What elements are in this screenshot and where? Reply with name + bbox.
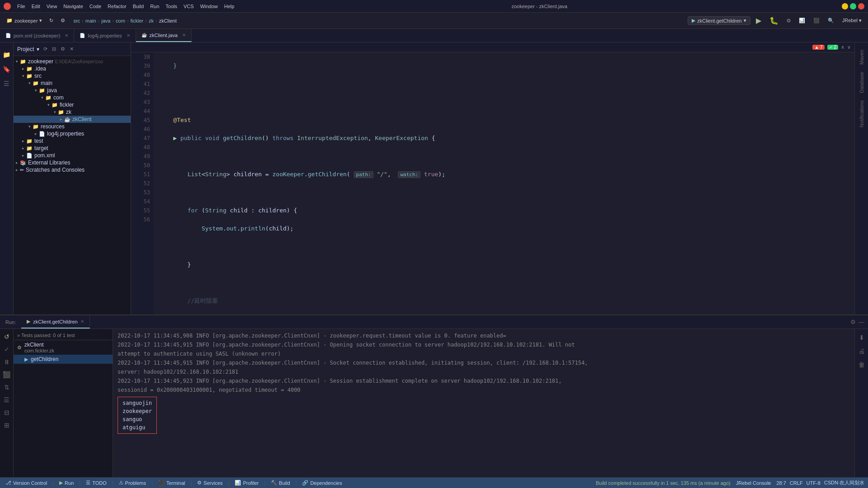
profile-button[interactable]: 📊 (796, 16, 808, 25)
stop-run-btn[interactable]: ⬛ (2, 370, 12, 380)
menu-edit[interactable]: Edit (29, 3, 43, 10)
menu-window[interactable]: Window (198, 3, 221, 10)
status-services[interactable]: ⚙ Services (195, 480, 224, 486)
breadcrumb-src[interactable]: src (73, 18, 80, 23)
maximize-button[interactable] (850, 3, 856, 9)
minimize-button[interactable] (842, 3, 848, 9)
settings-button[interactable]: ⚙ (58, 16, 68, 25)
status-problems[interactable]: ⚠ Problems (117, 480, 148, 486)
status-dependencies[interactable]: 🔗 Dependencies (300, 480, 344, 486)
breadcrumb-com[interactable]: com (116, 18, 125, 23)
log4j-tab-close[interactable]: ✕ (127, 33, 130, 38)
tree-item-src[interactable]: ▾ 📁 src (14, 72, 131, 80)
tree-item-pom-xml[interactable]: ▸ 📄 pom.xml (14, 152, 131, 159)
debug-button[interactable]: 🐛 (767, 15, 781, 26)
sidebar-gear-btn[interactable]: ⚙ (59, 46, 66, 52)
project-view-btn[interactable]: 📁 (2, 50, 12, 60)
bottom-left-toolbar: ↺ ✓ ⏸ ⬛ ⇅ ☰ ⊟ ⊞ (0, 329, 14, 477)
stop-button[interactable]: ⬛ (811, 16, 822, 25)
cursor-position: 28:7 (776, 480, 786, 486)
rerun-btn[interactable]: ↺ (2, 332, 12, 342)
scroll-end-btn[interactable]: ⬇ (857, 333, 867, 343)
breadcrumb-main[interactable]: main (85, 18, 96, 23)
jrebel-btn[interactable]: JRebel ▾ (840, 16, 864, 25)
project-selector[interactable]: 📁 zookeeper ▾ (4, 16, 45, 25)
tree-item-java[interactable]: ▾ 📁 java (14, 87, 131, 94)
pause-btn[interactable]: ⏸ (2, 357, 12, 367)
tree-item-com[interactable]: ▾ 📁 com (14, 94, 131, 101)
menu-refactor[interactable]: Refactor (105, 3, 129, 10)
pom-tab-close[interactable]: ✕ (65, 33, 68, 38)
menu-code[interactable]: Code (87, 3, 104, 10)
run-tree-getChildren[interactable]: ▶ getChildren (14, 355, 113, 364)
menu-vcs[interactable]: VCS (181, 3, 197, 10)
tree-item-External-Libraries[interactable]: ▸ 📚 External Libraries (14, 159, 131, 166)
run-config-icon: ▶ (692, 18, 695, 23)
tree-item--idea[interactable]: ▸ 📁 .idea (14, 65, 131, 72)
status-profiler[interactable]: 📊 Profiler (233, 480, 260, 486)
run-tree-zkClient[interactable]: ⚙ zkClient com.fickler.zk (14, 340, 113, 355)
run-config-selector[interactable]: ▶ zkClient.getChildren ▾ (688, 16, 750, 25)
tree-item-target[interactable]: ▸ 📁 target (14, 145, 131, 152)
tree-item-zkClient[interactable]: ▸ ☕ zkClient (14, 116, 131, 123)
close-button[interactable] (858, 3, 864, 9)
tab-pom[interactable]: 📄 pom.xml (zookeeper) ✕ (0, 29, 74, 42)
tree-item-resources[interactable]: ▾ 📁 resources (14, 123, 131, 130)
sync-button[interactable]: ↻ (47, 16, 56, 25)
tree-item-main[interactable]: ▾ 📁 main (14, 80, 131, 87)
notifications-panel-label[interactable]: Notifications (859, 97, 864, 131)
hint-nav-up[interactable]: ∧ (841, 44, 844, 50)
run-actions: ⬇ 🖨 🗑 (854, 329, 868, 477)
code-content[interactable]: } @Test ▶ public void getChildren() thro… (154, 52, 854, 314)
print-btn[interactable]: 🖨 (857, 346, 867, 356)
menu-tools[interactable]: Tools (163, 3, 180, 10)
status-run[interactable]: ▶ Run (57, 480, 75, 486)
bookmark-btn[interactable]: 🔖 (2, 64, 12, 74)
menu-build[interactable]: Build (130, 3, 146, 10)
minimize-panel-btn[interactable]: — (859, 319, 864, 325)
filter-btn[interactable]: ☰ (2, 395, 12, 405)
tree-item-test[interactable]: ▸ 📁 test (14, 137, 131, 145)
run-test-btn[interactable]: ✓ (2, 344, 12, 354)
menu-run[interactable]: Run (147, 3, 162, 10)
menu-help[interactable]: Help (222, 3, 237, 10)
sort-btn[interactable]: ⇅ (2, 382, 12, 392)
breadcrumb-zk[interactable]: zk (149, 18, 154, 23)
sidebar-sync-btn[interactable]: ⟳ (42, 46, 49, 52)
zkClient-tab-close[interactable]: ✕ (182, 33, 186, 38)
tree-item-zk[interactable]: ▾ 📁 zk (14, 108, 131, 116)
jrebel-console-btn[interactable]: JRebel Console (734, 480, 773, 486)
hint-nav-down[interactable]: ∨ (847, 44, 851, 50)
settings-btn[interactable]: ⚙ (850, 319, 856, 325)
sidebar-close-btn[interactable]: ✕ (68, 46, 75, 52)
tree-item-fickler[interactable]: ▾ 📁 fickler (14, 101, 131, 108)
tree-item-Scratches-and-Consoles[interactable]: ▸ ✏ Scratches and Consoles (14, 166, 131, 174)
status-build[interactable]: 🔨 Build (269, 480, 292, 486)
coverage-button[interactable]: ⊙ (784, 16, 793, 25)
run-tab[interactable]: ▶ zkClient.getChildren ✕ (21, 315, 90, 328)
tree-item-log4j-properties[interactable]: ▸ 📄 log4j.properties (14, 130, 131, 137)
menu-file[interactable]: File (14, 3, 28, 10)
status-terminal[interactable]: ⬛ Terminal (156, 480, 187, 486)
clear-console-btn[interactable]: 🗑 (857, 360, 867, 370)
database-panel-label[interactable]: Database (859, 68, 864, 97)
tab-log4j[interactable]: 📄 log4j.properties ✕ (74, 29, 136, 42)
tab-zkClient[interactable]: ☕ zkClient.java ✕ (136, 29, 192, 42)
status-todo[interactable]: ☰ TODO (84, 480, 108, 486)
expand-all-btn[interactable]: ⊞ (2, 420, 12, 430)
maven-panel-label[interactable]: Maven (859, 46, 864, 68)
structure-btn[interactable]: ☰ (2, 79, 12, 89)
console-output[interactable]: 2022-10-17 11:34:45,908 INFO [org.apache… (113, 329, 854, 477)
run-button[interactable]: ▶ (753, 15, 764, 26)
menu-navigate[interactable]: Navigate (61, 3, 85, 10)
run-tab-close[interactable]: ✕ (80, 319, 84, 324)
menu-view[interactable]: View (44, 3, 60, 10)
tree-item-zookeeper[interactable]: ▾ 📁 zookeeper E:\IDEA\ZooKeeper\zoo (14, 58, 131, 65)
breadcrumb-java[interactable]: java (101, 18, 110, 23)
search-button[interactable]: 🔍 (825, 16, 837, 25)
collapse-all-btn[interactable]: ⊟ (2, 408, 12, 418)
breadcrumb-zkClient[interactable]: zkClient (159, 18, 177, 23)
breadcrumb-fickler[interactable]: fickler (131, 18, 144, 23)
status-vcs[interactable]: ⎇ Version Control (4, 480, 49, 486)
sidebar-collapse-btn[interactable]: ⊟ (51, 46, 57, 52)
